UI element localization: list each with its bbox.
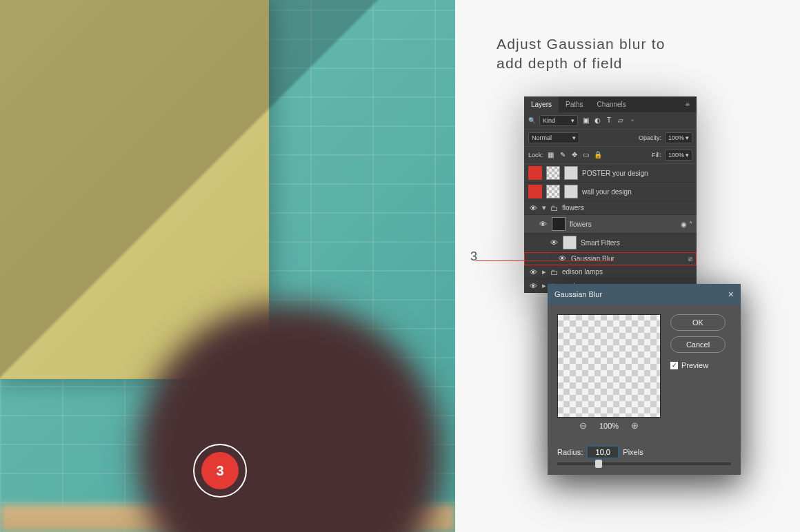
checkbox-checked-icon: ✓	[670, 362, 678, 369]
callout-number: 3	[470, 249, 477, 264]
lock-label: Lock:	[528, 152, 543, 158]
folder-icon: 🗀	[550, 204, 558, 212]
lock-position-icon[interactable]: ✥	[570, 151, 579, 159]
mask-thumb	[564, 185, 578, 198]
filter-mask-thumb	[563, 236, 577, 249]
kind-label: Kind	[543, 117, 555, 124]
layer-label: POSTER your design	[582, 170, 648, 177]
close-icon[interactable]: ×	[728, 289, 734, 300]
callout-line	[476, 260, 614, 261]
filter-adjustment-icon[interactable]: ◐	[593, 116, 601, 125]
fill-input[interactable]: 100%▾	[665, 150, 692, 161]
layers-stack: POSTER your design wall your design 👁 ▾ …	[524, 164, 697, 293]
panel-menu-icon[interactable]: ≡	[679, 96, 697, 112]
folder-icon: 🗀	[550, 268, 558, 276]
instruction-panel: Adjust Gaussian blur to add depth of fie…	[455, 0, 800, 532]
step-number: 3	[201, 452, 239, 489]
radius-label: Radius:	[557, 448, 583, 456]
opacity-input[interactable]: 100%▾	[665, 132, 692, 143]
step-badge: 3	[193, 444, 247, 498]
filter-search-icon: 🔍	[528, 117, 536, 124]
filter-options-icon[interactable]: ⎚	[688, 255, 692, 263]
opacity-label: Opacity:	[639, 134, 661, 141]
radius-unit: Pixels	[623, 448, 643, 456]
cancel-button[interactable]: Cancel	[670, 336, 726, 353]
dialog-title: Gaussian Blur	[554, 290, 602, 298]
layer-smart-filters[interactable]: 👁 Smart Filters	[524, 234, 697, 252]
tab-paths[interactable]: Paths	[559, 96, 590, 112]
preview-label: Preview	[681, 361, 708, 369]
layers-panel: Layers Paths Channels ≡ 🔍 Kind▾ ▣ ◐ T ▱ …	[524, 96, 697, 293]
layers-panel-screenshot: 3 Layers Paths Channels ≡ 🔍 Kind▾ ▣ ◐ T …	[524, 96, 697, 293]
zoom-value: 100%	[599, 422, 619, 430]
fill-label: Fill:	[652, 152, 661, 158]
layer-wall-design[interactable]: wall your design	[524, 183, 697, 201]
opacity-value: 100%	[668, 134, 684, 141]
panel-tabs: Layers Paths Channels ≡	[524, 96, 697, 112]
filter-type-icon[interactable]: T	[605, 116, 613, 125]
gaussian-blur-dialog: Gaussian Blur × ⊖ 100% ⊕ OK Cancel ✓	[548, 284, 741, 475]
layer-thumb	[546, 185, 560, 198]
edit-marker-icon	[528, 166, 542, 180]
dialog-titlebar: Gaussian Blur ×	[548, 284, 741, 305]
blend-mode-value: Normal	[532, 134, 552, 141]
radius-row: Radius: 10,0 Pixels	[548, 440, 741, 458]
visibility-icon[interactable]: 👁	[528, 282, 538, 290]
zoom-in-icon[interactable]: ⊕	[631, 420, 639, 431]
visibility-icon[interactable]: 👁	[528, 204, 538, 212]
slider-knob[interactable]	[595, 460, 602, 468]
fill-value: 100%	[668, 152, 684, 158]
chevron-down-icon: ▾	[571, 117, 574, 124]
layer-label: edison lamps	[562, 268, 603, 276]
kind-select[interactable]: Kind▾	[539, 115, 578, 126]
plant-blur	[124, 291, 455, 532]
filter-row: 🔍 Kind▾ ▣ ◐ T ▱ ▫	[524, 112, 697, 130]
chevron-down-icon: ▾	[686, 134, 689, 141]
preview-checkbox[interactable]: ✓ Preview	[670, 361, 726, 369]
lock-pixels-icon[interactable]: ▦	[547, 151, 555, 159]
filter-smart-icon[interactable]: ▫	[628, 116, 637, 125]
layer-edison-lamps[interactable]: 👁 ▸ 🗀 edison lamps	[524, 265, 697, 279]
radius-input[interactable]: 10,0	[587, 446, 619, 458]
layer-label: flowers	[562, 204, 584, 212]
lock-brush-icon[interactable]: ✎	[559, 151, 567, 159]
blend-row: Normal▾ Opacity: 100%▾	[524, 130, 697, 147]
radius-slider[interactable]	[557, 462, 731, 465]
chevron-down-icon[interactable]: ▾	[542, 203, 546, 212]
filter-image-icon[interactable]: ▣	[581, 116, 590, 125]
lock-artboard-icon[interactable]: ▭	[582, 151, 590, 159]
lock-all-icon[interactable]: 🔒	[594, 151, 602, 159]
chevron-down-icon: ▾	[572, 134, 576, 141]
smart-filter-icon[interactable]: ◉ ˄	[681, 221, 692, 228]
filter-shape-icon[interactable]: ▱	[617, 116, 625, 125]
chevron-right-icon[interactable]: ▸	[542, 267, 546, 276]
layer-thumb	[552, 217, 566, 231]
chevron-down-icon: ▾	[686, 152, 689, 158]
layer-gaussian-blur[interactable]: 👁 Gaussian Blur ⎚	[524, 252, 697, 265]
layer-flowers[interactable]: 👁 flowers ◉ ˄	[524, 215, 697, 234]
blend-mode-select[interactable]: Normal▾	[528, 132, 579, 143]
layer-poster-design[interactable]: POSTER your design	[524, 164, 697, 183]
visibility-icon[interactable]: 👁	[549, 238, 559, 247]
visibility-icon[interactable]: 👁	[557, 254, 567, 263]
mask-thumb	[564, 166, 578, 180]
blur-preview	[557, 314, 661, 418]
heading: Adjust Gaussian blur to add depth of fie…	[497, 34, 772, 74]
visibility-icon[interactable]: 👁	[538, 220, 548, 228]
visibility-icon[interactable]: 👁	[528, 268, 538, 276]
edit-marker-icon	[528, 185, 542, 198]
ok-button[interactable]: OK	[670, 314, 726, 331]
chevron-right-icon[interactable]: ▸	[542, 281, 546, 290]
layer-label: Smart Filters	[581, 239, 620, 247]
zoom-controls: ⊖ 100% ⊕	[557, 418, 661, 431]
tab-layers[interactable]: Layers	[524, 96, 559, 112]
zoom-out-icon[interactable]: ⊖	[579, 420, 587, 431]
layer-thumb	[546, 166, 560, 180]
layer-flowers-group[interactable]: 👁 ▾ 🗀 flowers	[524, 201, 697, 215]
heading-line-1: Adjust Gaussian blur to	[497, 36, 666, 52]
tab-channels[interactable]: Channels	[590, 96, 633, 112]
layer-label: flowers	[570, 221, 592, 228]
lock-row: Lock: ▦ ✎ ✥ ▭ 🔒 Fill: 100%▾	[524, 147, 697, 164]
mockup-photo: 3	[0, 0, 455, 532]
layer-label: wall your design	[582, 188, 632, 196]
